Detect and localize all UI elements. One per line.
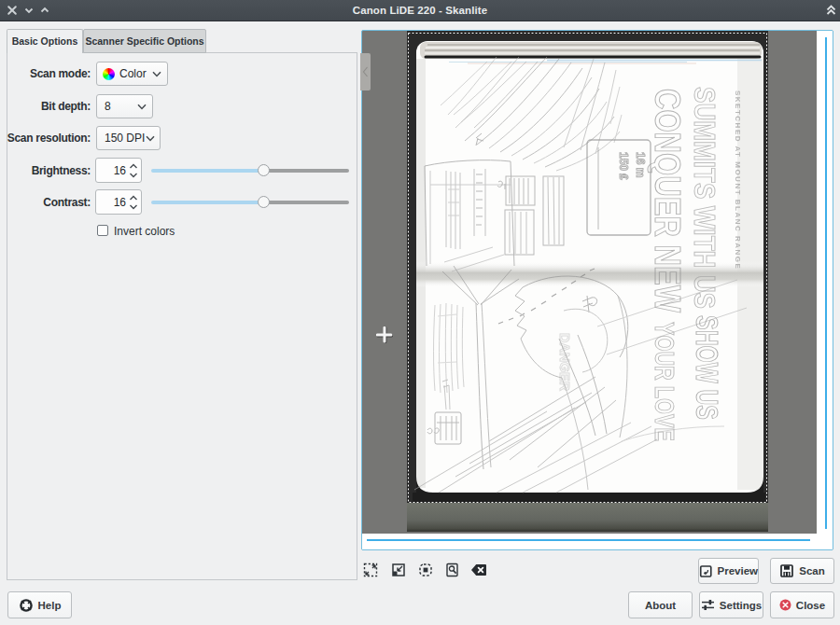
svg-text:SKETCHED AT MOUNT BLANC RANGE: SKETCHED AT MOUNT BLANC RANGE xyxy=(734,90,742,270)
svg-text:DANGER: DANGER xyxy=(557,333,573,391)
svg-text:16 m: 16 m xyxy=(634,152,647,177)
svg-text:150 ₤: 150 ₤ xyxy=(617,152,630,180)
svg-text:SHOW US: SHOW US xyxy=(690,315,725,420)
svg-text:SUMMITS WITH US: SUMMITS WITH US xyxy=(688,87,721,309)
svg-text:CONQUER NEW: CONQUER NEW xyxy=(648,89,687,312)
svg-text:YOUR LOVE: YOUR LOVE xyxy=(650,322,680,441)
